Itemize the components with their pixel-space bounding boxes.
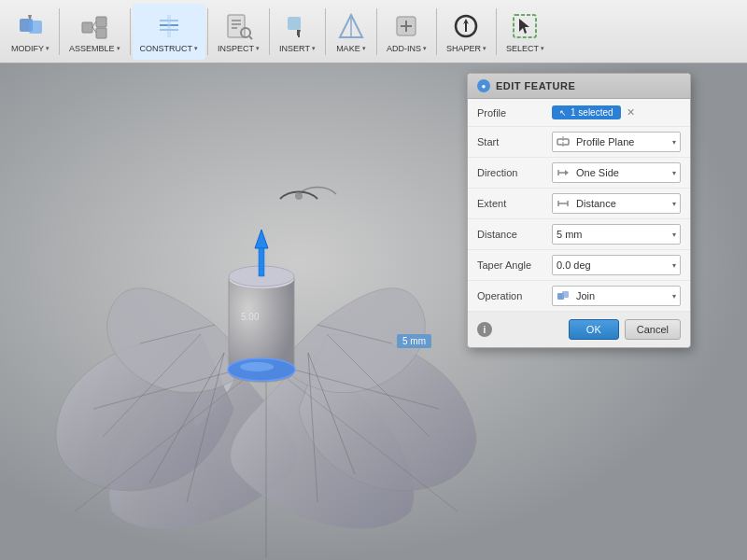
select-icon — [509, 10, 541, 42]
make-icon — [335, 10, 367, 42]
cursor-icon: ↖ — [559, 108, 567, 118]
toolbar-make[interactable]: MAKE▾ — [328, 4, 374, 60]
svg-line-17 — [249, 36, 252, 39]
direction-row: Direction One Side ▾ — [468, 158, 690, 189]
toolbar-shaper-label: SHAPER▾ — [446, 44, 486, 53]
toolbar-sep-7 — [436, 8, 437, 55]
profile-row: Profile ↖ 1 selected ✕ — [468, 99, 690, 127]
operation-dropdown-value: Join — [576, 290, 595, 301]
edit-feature-panel: ● EDIT FEATURE Profile ↖ 1 selected ✕ St… — [467, 73, 691, 348]
assemble-icon — [78, 10, 110, 42]
profile-label: Profile — [477, 107, 552, 119]
distance-value: 5 mm ▾ — [552, 224, 681, 245]
toolbar-add-ins[interactable]: ADD-INS▾ — [379, 4, 434, 60]
operation-value: Join ▾ — [552, 286, 681, 306]
taper-angle-dropdown-value: 0.0 deg — [557, 259, 591, 271]
direction-value: One Side ▾ — [552, 162, 681, 183]
svg-rect-5 — [96, 28, 106, 38]
start-label: Start — [477, 136, 552, 147]
extent-row: Extent Distance ▾ — [468, 189, 690, 219]
construct-icon — [153, 10, 185, 42]
start-dropdown[interactable]: Profile Plane ▾ — [552, 132, 681, 152]
toolbar-add-ins-label: ADD-INS▾ — [387, 44, 427, 53]
direction-dropdown-arrow: ▾ — [672, 169, 676, 177]
edit-panel-header: ● EDIT FEATURE — [468, 74, 690, 99]
toolbar-inspect-label: INSPECT▾ — [218, 44, 260, 53]
svg-line-7 — [92, 27, 96, 33]
extent-dropdown-arrow: ▾ — [672, 200, 676, 208]
svg-point-46 — [240, 362, 274, 371]
add-ins-icon — [390, 10, 422, 42]
toolbar-assemble-label: ASSEMBLE▾ — [69, 44, 120, 53]
taper-angle-value: 0.0 deg ▾ — [552, 255, 681, 275]
profile-value: ↖ 1 selected ✕ — [552, 105, 681, 119]
modify-icon — [15, 10, 47, 42]
svg-rect-49 — [259, 248, 264, 276]
toolbar-sep-2 — [130, 8, 131, 55]
toolbar-select[interactable]: SELECT▾ — [499, 4, 552, 60]
viewport[interactable]: 5.00 5 mm ● EDIT FEATURE Profile ↖ 1 sel… — [0, 63, 747, 560]
taper-angle-dropdown-arrow: ▾ — [672, 261, 676, 270]
cancel-button[interactable]: Cancel — [625, 319, 681, 340]
direction-dropdown-value: One Side — [576, 167, 619, 178]
operation-dropdown[interactable]: Join ▾ — [552, 286, 681, 306]
operation-row: Operation Join ▾ — [468, 281, 690, 312]
toolbar-sep-6 — [376, 8, 377, 55]
start-dropdown-value: Profile Plane — [576, 136, 634, 147]
toolbar-select-label: SELECT▾ — [506, 44, 544, 53]
start-value: Profile Plane ▾ — [552, 132, 681, 152]
join-icon — [557, 289, 570, 302]
edit-panel-title: EDIT FEATURE — [496, 80, 575, 91]
svg-rect-4 — [96, 17, 106, 27]
toolbar-sep-8 — [496, 8, 497, 55]
toolbar-inspect[interactable]: INSPECT▾ — [210, 4, 267, 60]
profile-close-button[interactable]: ✕ — [625, 106, 637, 119]
svg-rect-1 — [29, 21, 42, 34]
toolbar-construct-label: CONSTRUCT▾ — [140, 44, 199, 53]
toolbar-shaper[interactable]: SHAPER▾ — [439, 4, 494, 60]
svg-rect-61 — [562, 291, 569, 298]
svg-rect-11 — [167, 15, 171, 37]
operation-dropdown-arrow: ▾ — [672, 292, 676, 301]
direction-dropdown[interactable]: One Side ▾ — [552, 162, 681, 183]
toolbar-sep-3 — [207, 8, 208, 55]
extent-label: Extent — [477, 198, 552, 209]
toolbar-construct[interactable]: CONSTRUCT▾ — [133, 4, 206, 60]
profile-plane-icon — [557, 135, 570, 148]
distance-dropdown[interactable]: 5 mm ▾ — [552, 224, 681, 245]
toolbar: MODIFY▾ ASSEMBLE▾ — [0, 0, 747, 63]
distance-row: Distance 5 mm ▾ — [468, 219, 690, 250]
ok-button[interactable]: OK — [569, 319, 619, 340]
extent-dropdown[interactable]: Distance ▾ — [552, 193, 681, 214]
toolbar-modify-label: MODIFY▾ — [11, 44, 49, 53]
distance-dropdown-value: 5 mm — [557, 229, 583, 240]
extent-dropdown-value: Distance — [576, 198, 616, 209]
inspect-icon — [223, 10, 255, 42]
toolbar-insert[interactable]: INSERT▾ — [272, 4, 323, 60]
start-row: Start Profile Plane ▾ — [468, 127, 690, 158]
svg-line-6 — [92, 21, 96, 27]
svg-rect-3 — [82, 22, 92, 33]
svg-point-50 — [295, 192, 303, 200]
profile-selected-text: 1 selected — [571, 107, 613, 118]
toolbar-make-label: MAKE▾ — [336, 44, 366, 53]
distance-label: Distance — [477, 229, 552, 240]
one-side-icon — [557, 166, 570, 179]
taper-angle-label: Taper Angle — [477, 259, 552, 271]
taper-angle-row: Taper Angle 0.0 deg ▾ — [468, 250, 690, 281]
svg-rect-18 — [288, 17, 301, 30]
panel-icon: ● — [477, 79, 490, 92]
profile-selected-badge[interactable]: ↖ 1 selected — [552, 105, 621, 119]
operation-label: Operation — [477, 290, 552, 301]
svg-marker-55 — [565, 170, 569, 175]
toolbar-modify[interactable]: MODIFY▾ — [4, 4, 57, 60]
panel-action-buttons: OK Cancel — [569, 319, 681, 340]
info-button[interactable]: i — [477, 322, 492, 337]
distance-dropdown-arrow: ▾ — [672, 231, 676, 239]
panel-footer: i OK Cancel — [468, 312, 690, 347]
taper-angle-dropdown[interactable]: 0.0 deg ▾ — [552, 255, 681, 275]
svg-text:5.00: 5.00 — [241, 312, 260, 322]
direction-label: Direction — [477, 167, 552, 178]
toolbar-assemble[interactable]: ASSEMBLE▾ — [62, 4, 128, 60]
shaper-icon — [450, 10, 482, 42]
